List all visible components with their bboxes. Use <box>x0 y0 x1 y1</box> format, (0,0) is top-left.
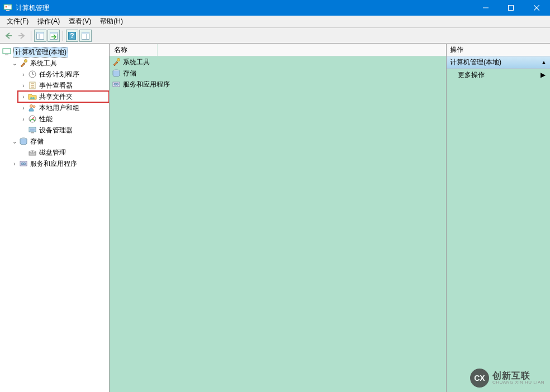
svg-point-46 <box>21 162 23 165</box>
tree-disk-management[interactable]: › 磁盘管理 <box>18 147 109 158</box>
users-icon <box>28 103 37 112</box>
nav-back-button[interactable] <box>2 30 15 42</box>
tree-label: 性能 <box>39 114 53 124</box>
actions-section[interactable]: 计算机管理(本地) ▲ <box>447 56 550 69</box>
list-header: 名称 <box>110 44 446 56</box>
storage-icon <box>112 69 121 78</box>
menu-action[interactable]: 操作(A) <box>33 16 64 27</box>
export-list-button[interactable] <box>48 30 60 42</box>
list-item-label: 存储 <box>123 69 136 78</box>
tools-icon <box>112 58 121 66</box>
minimize-button[interactable] <box>473 0 498 16</box>
device-icon <box>28 126 37 135</box>
maximize-button[interactable] <box>498 0 523 16</box>
svg-point-35 <box>33 106 35 108</box>
tree-system-tools[interactable]: ⌄ 系统工具 <box>9 58 109 69</box>
svg-point-24 <box>25 60 27 63</box>
toolbar-separator <box>31 31 31 41</box>
event-log-icon <box>28 81 37 90</box>
svg-rect-39 <box>31 132 34 133</box>
svg-point-44 <box>32 151 33 152</box>
toolbar: ? <box>0 28 550 44</box>
svg-rect-3 <box>8 6 11 6</box>
collapse-section-icon[interactable]: ▲ <box>541 59 547 65</box>
watermark: CX 创新互联 CHUANG XIN HU LIAN <box>470 369 544 388</box>
toolbar-separator <box>63 31 63 41</box>
close-button[interactable] <box>523 0 550 16</box>
console-tree[interactable]: 计算机管理(本地) ⌄ 系统工具 › 任务计划程序 <box>0 44 110 392</box>
list-item-system-tools[interactable]: 系统工具 <box>110 56 446 68</box>
expand-icon[interactable]: › <box>11 160 18 167</box>
svg-point-34 <box>30 105 33 108</box>
disk-icon <box>28 148 37 157</box>
tree-root[interactable]: 计算机管理(本地) <box>0 46 109 58</box>
tree-label: 事件查看器 <box>39 81 73 90</box>
menubar: 文件(F) 操作(A) 查看(V) 帮助(H) <box>0 16 550 28</box>
tree-local-users[interactable]: › 本地用户和组 <box>18 102 109 113</box>
expand-icon[interactable]: › <box>20 116 27 122</box>
watermark-en: CHUANG XIN HU LIAN <box>492 380 544 385</box>
svg-rect-4 <box>8 7 11 7</box>
menu-help[interactable]: 帮助(H) <box>96 16 127 27</box>
svg-text:?: ? <box>70 32 74 40</box>
actions-header: 操作 <box>447 44 550 56</box>
svg-rect-22 <box>3 49 11 54</box>
tree-label: 存储 <box>30 137 44 146</box>
titlebar: 计算机管理 <box>0 0 550 16</box>
show-hide-tree-button[interactable] <box>34 30 46 42</box>
list-item-label: 服务和应用程序 <box>123 80 170 89</box>
submenu-arrow-icon: ▶ <box>540 71 546 79</box>
svg-point-2 <box>6 6 7 8</box>
tree-shared-folders[interactable]: › 共享文件夹 <box>18 91 109 102</box>
tree-label: 共享文件夹 <box>39 92 73 102</box>
svg-rect-6 <box>508 6 513 11</box>
list-item-storage[interactable]: 存储 <box>110 68 446 79</box>
shared-folder-icon <box>28 92 37 101</box>
svg-point-51 <box>114 83 116 85</box>
svg-point-52 <box>116 83 118 85</box>
tree-device-manager[interactable]: › 设备管理器 <box>18 125 109 136</box>
tree-label: 任务计划程序 <box>39 70 79 79</box>
expand-icon[interactable]: › <box>20 93 27 100</box>
list-item-services[interactable]: 服务和应用程序 <box>110 79 446 90</box>
tree-event-viewer[interactable]: › 事件查看器 <box>18 80 109 91</box>
expand-icon[interactable]: › <box>20 71 27 78</box>
tree-task-scheduler[interactable]: › 任务计划程序 <box>18 69 109 80</box>
help-button[interactable]: ? <box>66 30 78 42</box>
show-hide-action-button[interactable] <box>79 30 92 42</box>
actions-section-label: 计算机管理(本地) <box>450 58 501 67</box>
actions-pane: 操作 计算机管理(本地) ▲ 更多操作 ▶ <box>447 44 550 392</box>
menu-view[interactable]: 查看(V) <box>64 16 96 27</box>
window-controls <box>473 0 550 16</box>
svg-point-33 <box>32 97 35 99</box>
main-panes: 计算机管理(本地) ⌄ 系统工具 › 任务计划程序 <box>0 44 550 392</box>
svg-point-32 <box>30 97 32 99</box>
svg-point-47 <box>23 162 26 165</box>
svg-rect-23 <box>5 54 8 55</box>
actions-body: 更多操作 ▶ <box>447 69 550 392</box>
tree-label: 本地用户和组 <box>39 103 79 113</box>
tree-label: 磁盘管理 <box>39 148 66 157</box>
services-icon <box>112 80 121 89</box>
watermark-cn: 创新互联 <box>492 371 544 381</box>
tree-label: 服务和应用程序 <box>30 159 77 169</box>
tree-root-label: 计算机管理(本地) <box>13 47 68 58</box>
tree-services-apps[interactable]: › 服务和应用程序 <box>9 158 109 169</box>
svg-rect-20 <box>82 32 89 34</box>
storage-icon <box>19 137 28 146</box>
expand-icon[interactable]: › <box>20 82 27 89</box>
tree-storage[interactable]: ⌄ 存储 <box>9 136 109 147</box>
action-more[interactable]: 更多操作 ▶ <box>447 69 550 81</box>
app-icon <box>3 3 12 12</box>
watermark-logo: CX <box>470 369 489 388</box>
expand-icon[interactable]: › <box>20 104 27 111</box>
column-header-name[interactable]: 名称 <box>113 44 158 56</box>
menu-file[interactable]: 文件(F) <box>2 16 33 27</box>
clock-icon <box>28 70 37 79</box>
collapse-icon[interactable]: ⌄ <box>11 138 18 145</box>
list-body[interactable]: 系统工具 存储 服务和应用程序 <box>110 56 446 392</box>
collapse-icon[interactable]: ⌄ <box>11 60 18 66</box>
tree-performance[interactable]: › 性能 <box>18 113 109 125</box>
nav-forward-button[interactable] <box>16 30 28 42</box>
tools-icon <box>19 59 28 68</box>
